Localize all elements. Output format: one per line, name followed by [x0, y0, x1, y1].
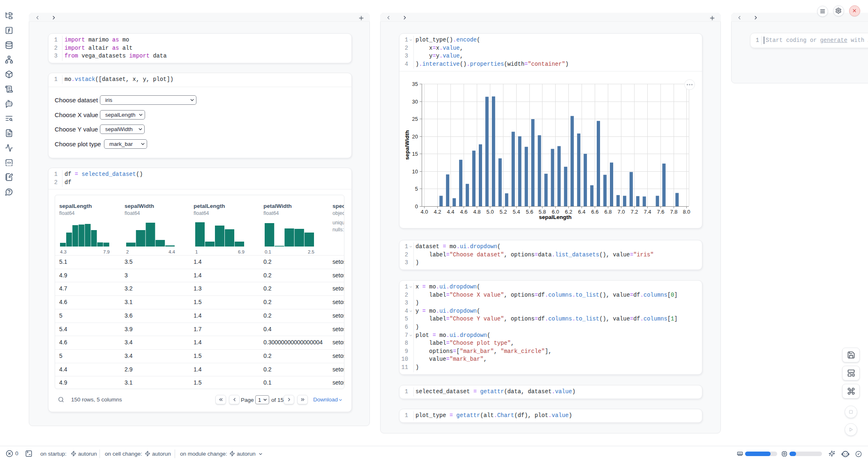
svg-text:4.0: 4.0	[420, 209, 428, 215]
svg-text:30: 30	[412, 99, 418, 105]
svg-text:7.2: 7.2	[630, 209, 638, 215]
svg-text:4.8: 4.8	[473, 209, 480, 215]
svg-text:sepalWidth: sepalWidth	[404, 130, 410, 160]
svg-text:4.6: 4.6	[460, 209, 467, 215]
svg-text:5.0: 5.0	[486, 209, 494, 215]
svg-text:6.6: 6.6	[591, 209, 598, 215]
svg-text:6.8: 6.8	[604, 209, 612, 215]
svg-text:4.4: 4.4	[447, 209, 454, 215]
svg-text:15: 15	[412, 151, 418, 157]
svg-text:7.8: 7.8	[670, 209, 677, 215]
svg-text:20: 20	[412, 134, 418, 140]
svg-text:4.2: 4.2	[434, 209, 441, 215]
svg-text:5: 5	[415, 186, 418, 192]
svg-text:0: 0	[415, 203, 418, 210]
svg-text:7.6: 7.6	[657, 209, 664, 215]
svg-text:10: 10	[412, 168, 418, 175]
svg-text:sepalLength: sepalLength	[539, 214, 572, 220]
svg-text:25: 25	[412, 116, 418, 122]
svg-text:6.4: 6.4	[578, 209, 585, 215]
svg-text:5.2: 5.2	[499, 209, 507, 215]
svg-text:35: 35	[412, 81, 418, 87]
svg-text:8.0: 8.0	[683, 209, 690, 215]
svg-text:5.6: 5.6	[526, 209, 533, 215]
svg-text:7.0: 7.0	[617, 209, 625, 215]
svg-text:5.4: 5.4	[512, 209, 520, 215]
svg-text:7.4: 7.4	[644, 209, 651, 215]
